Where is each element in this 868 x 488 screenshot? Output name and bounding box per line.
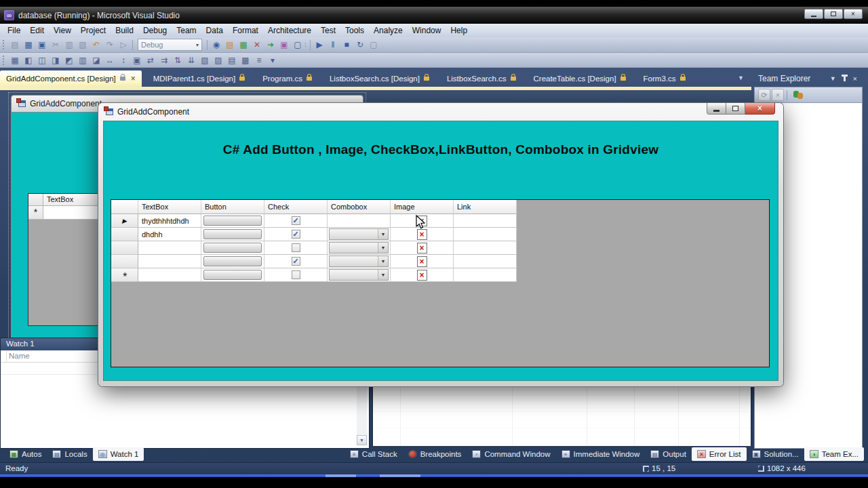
show-next-statement-icon[interactable]: ▢ [368, 39, 380, 51]
tool-tab-watch1[interactable]: ◎ Watch 1 [93, 447, 144, 461]
grid-cell-button[interactable] [201, 214, 264, 228]
close-panel-icon[interactable]: × [853, 75, 857, 83]
h-spacing-equal-icon[interactable]: ⇄ [144, 54, 157, 66]
paste-icon[interactable]: ▧ [77, 39, 89, 51]
refresh-icon[interactable]: ⟳ [758, 89, 770, 101]
menu-item[interactable]: Help [446, 24, 472, 37]
designer-grid-corner[interactable] [28, 194, 43, 205]
panel-tab-call-stack[interactable]: ≡ Call Stack [344, 447, 403, 461]
grid-row-header[interactable]: ▶ * [111, 228, 138, 241]
menu-item[interactable]: Project [76, 24, 111, 37]
new-item-icon[interactable]: ▤ [9, 39, 21, 51]
panel-tab-breakpoints[interactable]: ● Breakpoints [403, 447, 467, 461]
menu-item[interactable]: Debug [138, 24, 172, 37]
tools-options-icon[interactable]: ✕ [251, 39, 263, 51]
menu-item[interactable]: Test [316, 24, 340, 37]
tab-listboxsearch-design[interactable]: ListboxSearch.cs [Design] × [323, 70, 435, 87]
save-all-icon[interactable]: ▣ [36, 39, 48, 51]
auto-hide-pin-icon[interactable] [844, 76, 846, 81]
grid-cell-button[interactable] [201, 228, 264, 241]
undo-icon[interactable]: ↶ [90, 39, 102, 51]
close-tab-icon[interactable]: × [131, 75, 136, 82]
grid-row-header[interactable]: ▶ * [111, 255, 138, 268]
grid-column-header[interactable]: Combobox [328, 200, 391, 214]
menu-item[interactable]: Tools [340, 24, 369, 37]
checkbox[interactable]: ✓ [292, 270, 300, 279]
grid-column-header[interactable]: Link [454, 200, 517, 214]
toolbar-grip[interactable] [3, 56, 5, 65]
grid-column-header[interactable]: Button [201, 200, 264, 214]
checkbox[interactable]: ✓ [292, 216, 300, 225]
grid-cell-image[interactable]: × [391, 241, 454, 255]
tab-order-icon[interactable]: ≡ [253, 54, 265, 66]
app-maximize-button[interactable] [726, 103, 745, 115]
grid-row-header[interactable]: ▶ * [111, 214, 138, 228]
grid-cell-checkbox[interactable]: ✓ [264, 214, 328, 228]
save-icon[interactable]: ▦ [22, 39, 35, 51]
copy-icon[interactable]: ▥ [63, 39, 75, 51]
document-list-dropdown-icon[interactable]: ▼ [738, 75, 744, 81]
v-spacing-increase-icon[interactable]: ⇊ [185, 54, 197, 66]
checkbox[interactable]: ✓ [292, 230, 300, 239]
chevron-down-icon[interactable]: ▼ [378, 270, 388, 280]
connect-to-team-project-icon[interactable] [792, 89, 804, 101]
broken-image-icon[interactable]: × [417, 270, 427, 281]
align-tops-icon[interactable]: ◩ [63, 54, 75, 66]
cell-combobox[interactable]: ▼ [329, 269, 389, 281]
grid-cell-textbox[interactable] [138, 255, 201, 268]
grid-cell-combobox[interactable]: ▼ [328, 241, 391, 255]
grid-column-header[interactable]: TextBox [138, 200, 201, 214]
toolbar-options-icon[interactable]: ▾ [267, 54, 279, 66]
menu-item[interactable]: Team [172, 24, 201, 37]
grid-column-header[interactable]: Image [391, 200, 454, 214]
start-icon[interactable]: ▷ [117, 39, 130, 51]
vs-title-bar[interactable]: ∞ database (Running) - Microsoft Visual … [0, 7, 868, 24]
minimize-button[interactable] [804, 9, 823, 19]
center-vertically-icon[interactable]: ▨ [212, 54, 224, 66]
grid-cell-combobox[interactable]: ▼ [328, 255, 391, 268]
align-middles-icon[interactable]: ▥ [77, 54, 89, 66]
grid-row-header[interactable]: ▶ * [111, 268, 138, 282]
grid-cell-image[interactable]: × [391, 255, 454, 268]
panel-tab-output[interactable]: ▤ Output [645, 447, 692, 461]
grid-cell-checkbox[interactable]: ✓ [264, 255, 328, 268]
menu-item[interactable]: File [3, 24, 25, 37]
center-horizontally-icon[interactable]: ▧ [199, 54, 211, 66]
grid-cell-link[interactable] [454, 214, 517, 228]
cell-combobox[interactable]: ▼ [329, 228, 389, 240]
maximize-button[interactable] [824, 9, 843, 19]
align-centers-icon[interactable]: ◫ [36, 54, 48, 66]
cell-button[interactable] [203, 216, 262, 226]
broken-image-icon[interactable]: × [417, 256, 427, 267]
grid-cell-image[interactable]: × [391, 268, 454, 282]
grid-cell-checkbox[interactable]: ✓ [264, 228, 328, 241]
same-height-icon[interactable]: ↕ [117, 54, 130, 66]
panel-tab-command-window[interactable]: › Command Window [467, 447, 555, 461]
grid-cell-button[interactable] [201, 255, 264, 268]
v-spacing-equal-icon[interactable]: ⇅ [172, 54, 184, 66]
grid-cell-textbox[interactable]: thydthhhtdhdh [138, 214, 201, 228]
checkbox[interactable]: ✓ [292, 243, 300, 252]
align-bottoms-icon[interactable]: ◪ [90, 54, 102, 66]
grid-cell-textbox[interactable] [138, 268, 201, 282]
cell-button[interactable] [203, 229, 262, 239]
grid-row-header[interactable]: ▶ * [111, 241, 138, 255]
chevron-down-icon[interactable]: ▼ [378, 256, 388, 266]
grid-cell-combobox[interactable]: ▼ [328, 228, 391, 241]
menu-item[interactable]: Build [111, 24, 138, 37]
chevron-down-icon[interactable]: ▼ [378, 243, 388, 253]
app-minimize-button[interactable] [707, 103, 726, 115]
close-button[interactable]: × [844, 9, 863, 19]
h-spacing-increase-icon[interactable]: ⇉ [158, 54, 170, 66]
tab-createtable-design[interactable]: CreateTable.cs [Design] × [528, 70, 632, 87]
tool-tab-locals[interactable]: ▤ Locals [47, 447, 92, 461]
align-rights-icon[interactable]: ◨ [50, 54, 62, 66]
menu-item[interactable]: Window [408, 24, 446, 37]
toolbar-overflow-icon[interactable]: ⋮ [303, 42, 308, 47]
grid-corner-header[interactable] [111, 200, 138, 214]
pause-icon[interactable]: ‖ [327, 39, 339, 51]
tool-tab-autos[interactable]: ▦ Autos [4, 447, 47, 461]
chevron-down-icon[interactable]: ▼ [378, 229, 388, 239]
tab-program[interactable]: Program.cs × [256, 70, 318, 87]
solution-configurations-combo[interactable]: Debug ▾ [138, 39, 202, 51]
